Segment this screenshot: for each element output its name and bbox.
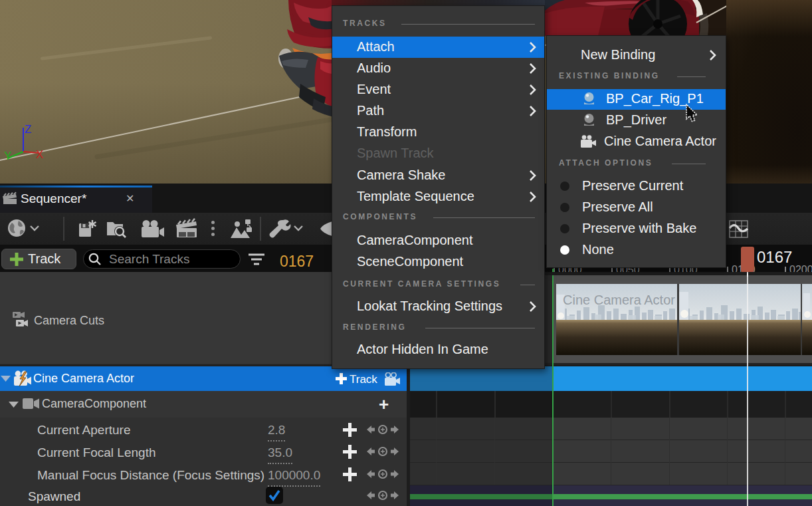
svg-text:X: X bbox=[36, 148, 43, 161]
svg-text:Z: Z bbox=[25, 123, 31, 136]
svg-text:Y: Y bbox=[4, 150, 11, 162]
svg-text:Cine Camera Actor: Cine Camera Actor bbox=[563, 293, 675, 307]
